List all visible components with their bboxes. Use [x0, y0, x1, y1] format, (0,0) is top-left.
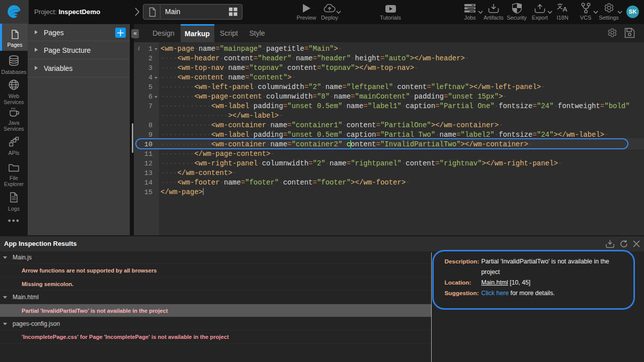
svg-text:A: A — [562, 6, 568, 12]
